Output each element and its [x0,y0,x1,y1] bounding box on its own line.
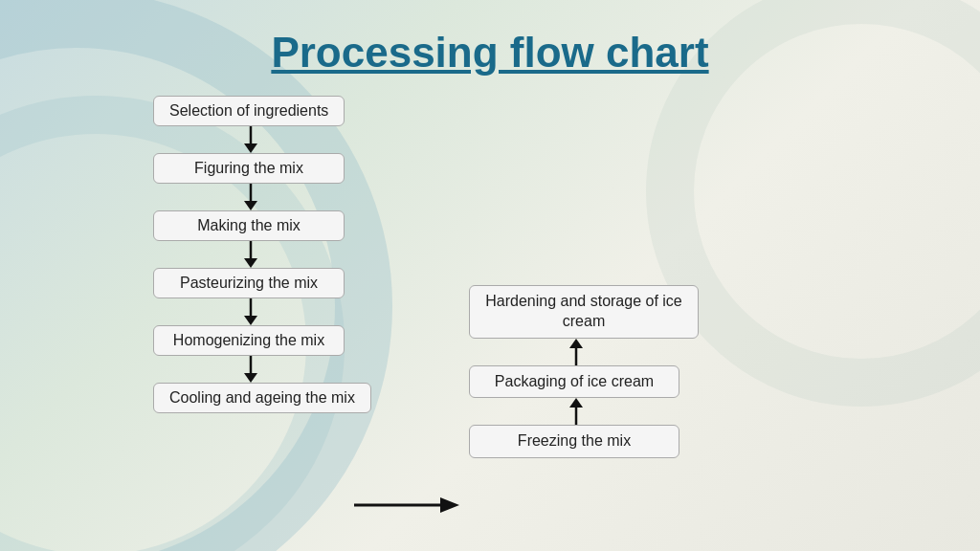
step-figuring-the-mix: Figuring the mix [153,153,345,184]
svg-marker-12 [244,373,257,383]
step-hardening-and-storage: Hardening and storage of ice cream [469,285,699,339]
page-title: Processing flow chart [57,29,923,77]
arrow-down-1 [239,126,262,153]
step-cooling-and-ageing-the-mix: Cooling and ageing the mix [153,383,371,413]
flowchart: Selection of ingredients Figuring the mi… [57,96,923,413]
arrow-down-3 [239,241,262,268]
svg-marker-8 [244,258,257,268]
arrow-right [354,494,459,517]
svg-marker-6 [244,201,257,210]
svg-marker-18 [569,398,583,408]
arrow-up-2 [565,398,588,425]
step-selection-of-ingredients: Selection of ingredients [153,96,345,126]
step-pasteurizing-the-mix: Pasteurizing the mix [153,268,345,298]
svg-marker-14 [440,497,459,513]
left-column: Selection of ingredients Figuring the mi… [153,96,371,413]
right-column: Hardening and storage of ice cream Packa… [469,285,699,458]
arrow-up-1 [565,339,588,365]
svg-marker-4 [244,143,257,153]
svg-marker-16 [569,339,583,348]
arrow-down-4 [239,298,262,325]
step-freezing-the-mix: Freezing the mix [469,425,679,458]
arrow-down-2 [239,184,262,210]
step-homogenizing-the-mix: Homogenizing the mix [153,325,345,356]
step-packaging-of-ice-cream: Packaging of ice cream [469,365,679,399]
step-making-the-mix: Making the mix [153,210,345,241]
arrow-down-5 [239,356,262,383]
svg-marker-10 [244,316,257,325]
page: Processing flow chart Selection of ingre… [0,0,980,551]
